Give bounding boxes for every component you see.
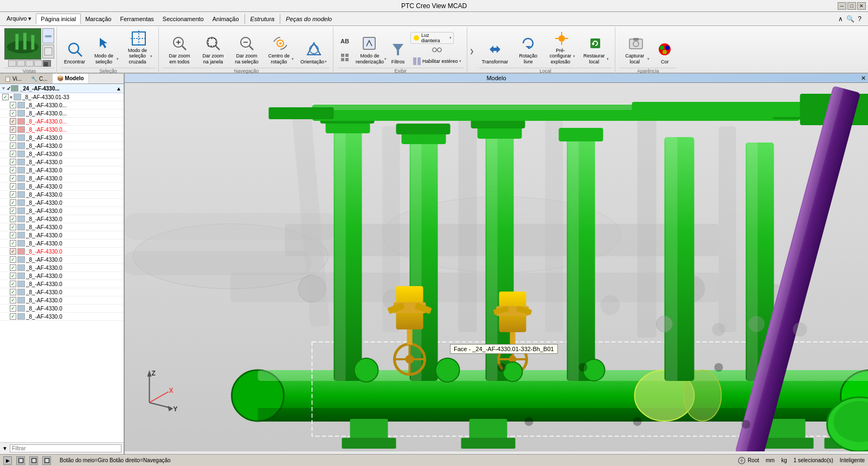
tree-scroll-up[interactable]: ▲ bbox=[116, 86, 121, 92]
checkbox-i14[interactable]: ✓ bbox=[10, 208, 16, 214]
checkbox-i17[interactable]: ✓ bbox=[10, 232, 16, 238]
tree-item-i3[interactable]: ✓_8_-AF-4330.0... bbox=[0, 118, 124, 126]
help-icon[interactable]: ? bbox=[858, 15, 861, 23]
oculos-button[interactable] bbox=[410, 44, 464, 55]
modo-selecao-button[interactable]: Modo de seleção ▾ bbox=[89, 30, 121, 67]
vista-small-1[interactable] bbox=[42, 28, 54, 43]
menu-ferramentas[interactable]: Ferramentas bbox=[115, 14, 158, 24]
checkbox-i25[interactable]: ✓ bbox=[10, 297, 16, 303]
checkbox-i13[interactable]: ✓ bbox=[10, 199, 16, 206]
cor-button[interactable]: Cor bbox=[653, 30, 676, 67]
menu-seccionamento[interactable]: Seccionamento bbox=[158, 14, 208, 24]
pre-configurar-button[interactable]: Pré-configurar explosão ▾ bbox=[545, 30, 578, 67]
checkbox-i26[interactable]: ✓ bbox=[10, 305, 16, 312]
vista-small-2[interactable] bbox=[42, 44, 54, 59]
menu-arquivo[interactable]: Arquivo ▾ bbox=[2, 14, 36, 24]
encontrar-button[interactable]: Encontrar bbox=[61, 30, 88, 67]
tree-item-i7[interactable]: ✓_8_-AF-4330.0 bbox=[0, 150, 124, 158]
tree-item-i12[interactable]: ✓_8_-AF-4330.0 bbox=[0, 191, 124, 199]
vista-preview[interactable] bbox=[4, 28, 41, 60]
zoom-todos-button[interactable]: Dar zoom em todos bbox=[163, 30, 196, 67]
status-icon-4[interactable]: 🔲 bbox=[42, 456, 51, 465]
tree-item-i14[interactable]: ✓_8_-AF-4330.0 bbox=[0, 207, 124, 215]
checkbox-i5[interactable]: ✓ bbox=[10, 134, 16, 141]
checkbox-i20[interactable]: ✓ bbox=[10, 256, 16, 263]
tab-c[interactable]: 🔧 C... bbox=[27, 74, 53, 83]
selecao-cruzada-button[interactable]: Modo de seleção cruzada ▾ bbox=[123, 30, 155, 67]
vista-thumb-2[interactable] bbox=[17, 60, 25, 67]
checkbox-i1[interactable]: ✓ bbox=[10, 102, 16, 108]
minimize-button[interactable]: ─ bbox=[838, 2, 846, 10]
checkbox-i12[interactable]: ✓ bbox=[10, 191, 16, 198]
menu-estrutura[interactable]: Estrutura bbox=[246, 14, 279, 24]
orientacao-button[interactable]: Orientação ▾ bbox=[298, 30, 330, 67]
tree-item-i16[interactable]: ✓_8_-AF-4330.0 bbox=[0, 223, 124, 231]
tree-item-i19[interactable]: ✓_8_-AF-4330.0 bbox=[0, 248, 124, 256]
viewport-close-button[interactable]: ✕ bbox=[861, 75, 866, 82]
tree-item-i5[interactable]: ✓_8_-AF-4330.0 bbox=[0, 134, 124, 142]
checkbox-i6[interactable]: ✓ bbox=[10, 143, 16, 149]
zoom-selecao-button[interactable]: Dar zoom na seleção bbox=[230, 30, 263, 67]
tree-header-checkbox[interactable]: ✓ bbox=[7, 86, 11, 92]
checkbox-i9[interactable]: ✓ bbox=[10, 167, 16, 173]
tree-item-i25[interactable]: ✓_8_-AF-4330.0 bbox=[0, 296, 124, 305]
filtros-button[interactable]: Filtros bbox=[387, 30, 409, 67]
habilitar-estereo-button[interactable]: Habilitar estéreo ▾ bbox=[410, 56, 464, 67]
expand-icon-group1[interactable]: ▾ bbox=[10, 94, 12, 100]
tree-item-i1[interactable]: ✓_8_-AF-4330.0... bbox=[0, 101, 124, 109]
checkbox-i24[interactable]: ✓ bbox=[10, 289, 16, 295]
tree-item-i8[interactable]: ✓_8_-AF-4330.0 bbox=[0, 158, 124, 166]
tree-item-i17[interactable]: ✓_8_-AF-4330.0 bbox=[0, 231, 124, 240]
tree-item-i27[interactable]: ✓_8_-AF-4330.0 bbox=[0, 313, 124, 321]
tree-item-i4[interactable]: ✓_8_-AF-4330.0... bbox=[0, 126, 124, 134]
tree-item-i6[interactable]: ✓_8_-AF-4330.0 bbox=[0, 142, 124, 150]
vista-thumb-3[interactable] bbox=[25, 60, 34, 67]
ribbon-collapse-icon[interactable]: ∧ bbox=[838, 15, 843, 23]
tree-item-i23[interactable]: ✓_8_-AF-4330.0 bbox=[0, 280, 124, 288]
checkbox-i21[interactable]: ✓ bbox=[10, 264, 16, 271]
restaurar-local-button[interactable]: Restaurar local ▾ bbox=[579, 30, 612, 67]
tree-item-i9[interactable]: ✓_8_-AF-4330.0 bbox=[0, 166, 124, 174]
search-icon[interactable]: 🔍 bbox=[846, 15, 854, 23]
menu-pecas[interactable]: Peças do modelo bbox=[281, 14, 336, 24]
tree-item-i18[interactable]: ✓_8_-AF-4330.0 bbox=[0, 240, 124, 248]
tree-item-i15[interactable]: ✓_8_-AF-4330.0 bbox=[0, 215, 124, 223]
tree-item-group1[interactable]: ✓▾_8_-AF-4330.01-33 bbox=[0, 93, 124, 101]
checkbox-i19[interactable]: ✓ bbox=[10, 248, 16, 255]
tree-item-i22[interactable]: ✓_8_-AF-4330.0 bbox=[0, 272, 124, 280]
close-button[interactable]: ✕ bbox=[857, 2, 866, 10]
vista-thumb-4[interactable] bbox=[34, 60, 42, 67]
status-icon-1[interactable]: ▶ bbox=[3, 456, 12, 465]
tree-item-i24[interactable]: ✓_8_-AF-4330.0 bbox=[0, 288, 124, 296]
checkbox-i15[interactable]: ✓ bbox=[10, 216, 16, 222]
luz-dianteira-button[interactable]: Luz dianteira ▾ bbox=[410, 32, 454, 44]
tree-item-i20[interactable]: ✓_8_-AF-4330.0 bbox=[0, 256, 124, 264]
status-icon-2[interactable]: 🔲 bbox=[16, 456, 25, 465]
tree-item-i21[interactable]: ✓_8_-AF-4330.0 bbox=[0, 264, 124, 272]
checkbox-group1[interactable]: ✓ bbox=[2, 94, 9, 100]
exibir-expand[interactable]: ❯ bbox=[468, 27, 475, 75]
tab-modelo[interactable]: 📦 Modelo bbox=[53, 74, 89, 83]
viewport-3d[interactable]: Z Y X Face - _24_-AF-4330.01-332-Bh_B01 bbox=[125, 83, 868, 451]
tab-vi[interactable]: 📋 Vi... bbox=[0, 74, 27, 83]
filter-input[interactable] bbox=[10, 444, 121, 452]
zoom-janela-button[interactable]: Dar zoom na janela bbox=[197, 30, 229, 67]
capturar-local-button[interactable]: Capturar local ▾ bbox=[620, 30, 652, 67]
menu-marcacao[interactable]: Marcação bbox=[81, 14, 115, 24]
menu-pagina-inicial[interactable]: Página inicial bbox=[36, 14, 81, 24]
modo-renderizacao-button[interactable]: Modo de renderização ▾ bbox=[353, 30, 385, 67]
transformar-button[interactable]: Transformar bbox=[479, 30, 511, 67]
checkbox-i18[interactable]: ✓ bbox=[10, 240, 16, 247]
checkbox-i11[interactable]: ✓ bbox=[10, 183, 16, 190]
vista-thumb-add[interactable]: ⊞ bbox=[43, 60, 51, 67]
checkbox-i23[interactable]: ✓ bbox=[10, 281, 16, 287]
tree-item-i10[interactable]: ✓_8_-AF-4330.0 bbox=[0, 174, 124, 183]
checkbox-i22[interactable]: ✓ bbox=[10, 273, 16, 279]
checkbox-i2[interactable]: ✓ bbox=[10, 110, 16, 116]
checkbox-i16[interactable]: ✓ bbox=[10, 224, 16, 230]
rotacao-livre-button[interactable]: Rotação livre bbox=[512, 30, 544, 67]
grid-button[interactable] bbox=[338, 51, 352, 67]
tree-item-i2[interactable]: ✓_8_-AF-4330.0... bbox=[0, 109, 124, 118]
checkbox-i7[interactable]: ✓ bbox=[10, 151, 16, 157]
checkbox-i10[interactable]: ✓ bbox=[10, 175, 16, 182]
